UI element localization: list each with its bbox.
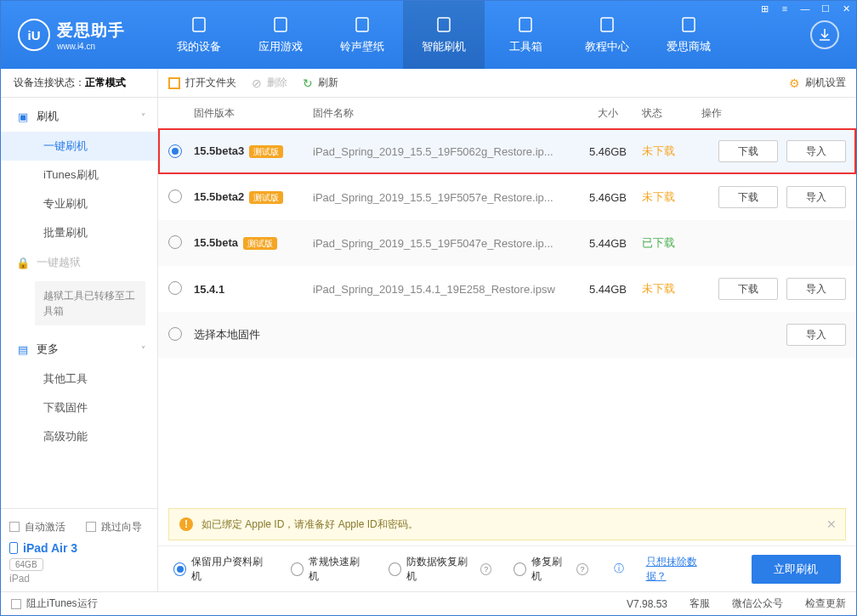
- tree-item-batch[interactable]: 批量刷机: [1, 218, 157, 247]
- main-nav: 我的设备应用游戏铃声壁纸智能刷机工具箱教程中心爱思商城: [158, 1, 793, 69]
- gear-icon: ⚙: [789, 76, 800, 90]
- help-icon[interactable]: ?: [480, 563, 491, 575]
- tree-flash[interactable]: ▣刷机˅: [1, 101, 157, 132]
- col-size: 大小: [574, 106, 642, 121]
- col-ops: 操作: [701, 106, 846, 121]
- mode-radio[interactable]: [173, 562, 186, 576]
- tree-item-other[interactable]: 其他工具: [1, 365, 157, 393]
- nav-toolbox[interactable]: 工具箱: [485, 1, 566, 69]
- nav-store[interactable]: 爱思商城: [648, 1, 729, 69]
- download-button[interactable]: 下载: [718, 278, 778, 300]
- mode-radio[interactable]: [291, 562, 304, 576]
- firmware-filename: iPad_Spring_2019_15.4.1_19E258_Restore.i…: [313, 283, 574, 296]
- warning-icon: !: [179, 517, 193, 531]
- version-text: 15.5beta3: [194, 144, 244, 157]
- col-name: 固件名称: [313, 106, 574, 121]
- tree-item-download[interactable]: 下载固件: [1, 393, 157, 422]
- nav-tutorial[interactable]: 教程中心: [566, 1, 648, 69]
- tree-more[interactable]: ▤更多˅: [1, 334, 157, 365]
- svg-rect-4: [519, 18, 531, 31]
- tree-jailbreak[interactable]: 🔒一键越狱: [1, 247, 157, 278]
- delete-button[interactable]: ⊘删除: [252, 76, 287, 90]
- refresh-icon: ↻: [303, 76, 313, 90]
- footer: 阻止iTunes运行 V7.98.53 客服 微信公众号 检查更新: [1, 591, 856, 615]
- beta-tag: 测试版: [243, 237, 277, 250]
- import-button[interactable]: 导入: [786, 278, 846, 300]
- table-header: 固件版本 固件名称 大小 状态 操作: [158, 98, 856, 128]
- block-itunes-checkbox[interactable]: [11, 599, 21, 609]
- wechat-link[interactable]: 微信公众号: [732, 596, 783, 611]
- auto-activate-checkbox[interactable]: [9, 522, 20, 532]
- firmware-radio[interactable]: [168, 281, 182, 295]
- logo-subtitle: www.i4.cn: [57, 42, 125, 51]
- connection-value: 正常模式: [85, 76, 126, 90]
- device-name[interactable]: iPad Air 3: [9, 541, 149, 555]
- nav-apps[interactable]: 应用游戏: [240, 1, 321, 69]
- status-text: 未下载: [642, 190, 675, 203]
- mode-radio[interactable]: [389, 562, 401, 576]
- tree-item-pro[interactable]: 专业刷机: [1, 189, 157, 218]
- download-button[interactable]: 下载: [718, 140, 778, 162]
- mode-keep[interactable]: 保留用户资料刷机: [173, 555, 269, 584]
- tree-item-oneclick[interactable]: 一键刷机: [1, 132, 157, 161]
- device-type: iPad: [9, 573, 149, 585]
- logo-title: 爱思助手: [57, 20, 125, 42]
- connection-status: 设备连接状态： 正常模式: [1, 69, 157, 98]
- ringtone-icon: [353, 15, 372, 34]
- minimize-icon[interactable]: —: [799, 3, 811, 14]
- firmware-filename: iPad_Spring_2019_15.5_19F5057e_Restore.i…: [313, 191, 574, 204]
- import-button[interactable]: 导入: [786, 324, 846, 346]
- delete-icon: ⊘: [252, 76, 262, 90]
- nav-flash[interactable]: 智能刷机: [403, 1, 485, 69]
- tree-item-itunes[interactable]: iTunes刷机: [1, 161, 157, 189]
- firmware-list: 15.5beta3测试版iPad_Spring_2019_15.5_19F506…: [158, 128, 856, 358]
- support-link[interactable]: 客服: [690, 596, 710, 611]
- tree-more-icon: ▤: [16, 343, 30, 356]
- check-update-link[interactable]: 检查更新: [805, 596, 846, 611]
- list-icon[interactable]: ≡: [779, 3, 791, 14]
- nav-ringtone[interactable]: 铃声壁纸: [321, 1, 403, 69]
- info-icon[interactable]: ⓘ: [614, 562, 624, 576]
- status-text: 未下载: [642, 282, 675, 295]
- firmware-radio[interactable]: [168, 189, 182, 203]
- skip-guide-label: 跳过向导: [101, 520, 142, 534]
- chevron-icon: ˅: [141, 345, 145, 354]
- mode-recover[interactable]: 防数据恢复刷机?: [389, 555, 491, 584]
- warning-close-button[interactable]: ✕: [826, 517, 837, 531]
- open-folder-button[interactable]: 打开文件夹: [168, 76, 236, 90]
- refresh-button[interactable]: ↻刷新: [303, 76, 338, 90]
- skip-guide-checkbox[interactable]: [86, 522, 96, 532]
- download-manager-button[interactable]: [810, 20, 839, 49]
- close-icon[interactable]: ✕: [840, 3, 852, 14]
- firmware-row: 15.4.1iPad_Spring_2019_15.4.1_19E258_Res…: [158, 266, 856, 312]
- firmware-size: 5.44GB: [574, 237, 642, 250]
- flash-icon: [434, 15, 453, 34]
- import-button[interactable]: 导入: [786, 140, 846, 162]
- import-button[interactable]: 导入: [786, 186, 846, 208]
- firmware-radio[interactable]: [168, 327, 182, 341]
- flash-now-button[interactable]: 立即刷机: [752, 555, 841, 584]
- firmware-filename: iPad_Spring_2019_15.5_19F5062g_Restore.i…: [313, 145, 574, 158]
- status-text: 未下载: [642, 144, 675, 157]
- toolbox-icon: [516, 15, 535, 34]
- mode-repair[interactable]: 修复刷机?: [514, 555, 587, 584]
- toolbar: 打开文件夹 ⊘删除 ↻刷新 ⚙刷机设置: [158, 69, 856, 98]
- firmware-radio[interactable]: [168, 235, 182, 249]
- mode-normal[interactable]: 常规快速刷机: [291, 555, 366, 584]
- beta-tag: 测试版: [249, 191, 283, 204]
- download-button[interactable]: 下载: [718, 186, 778, 208]
- firmware-radio[interactable]: [168, 144, 182, 158]
- flash-settings-button[interactable]: ⚙刷机设置: [789, 76, 846, 90]
- svg-rect-1: [275, 18, 287, 31]
- firmware-filename: iPad_Spring_2019_15.5_19F5047e_Restore.i…: [313, 237, 574, 250]
- mode-radio[interactable]: [514, 562, 526, 576]
- sidebar-tree: ▣刷机˅一键刷机iTunes刷机专业刷机批量刷机🔒一键越狱越狱工具已转移至工具箱…: [1, 98, 157, 508]
- grid-icon[interactable]: ⊞: [758, 3, 770, 14]
- status-text: 已下载: [642, 236, 675, 249]
- firmware-row: 15.5beta测试版iPad_Spring_2019_15.5_19F5047…: [158, 220, 856, 266]
- help-icon[interactable]: ?: [576, 563, 587, 575]
- maximize-icon[interactable]: ☐: [820, 3, 831, 14]
- erase-link[interactable]: 只想抹除数据？: [646, 555, 714, 584]
- tree-item-adv[interactable]: 高级功能: [1, 422, 157, 451]
- nav-device[interactable]: 我的设备: [158, 1, 240, 69]
